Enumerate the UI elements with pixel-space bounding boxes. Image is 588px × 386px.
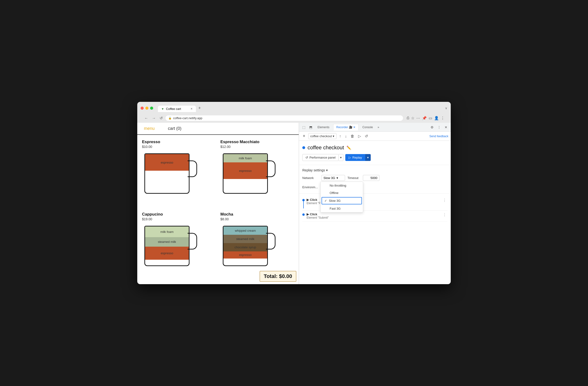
coffee-item-mocha[interactable]: Mocha $8.00 whipped cream steamed milk c… — [220, 212, 294, 280]
address-input[interactable]: 🔒 coffee-cart.netlify.app — [166, 115, 403, 121]
tab-elements[interactable]: Elements — [315, 124, 332, 130]
browser-controls: ▼ Coffee cart ✕ + ∨ — [141, 104, 447, 112]
add-recording-button[interactable]: + — [301, 133, 307, 139]
replay-chevron-button[interactable]: ▾ — [365, 154, 371, 161]
more-tabs-button[interactable]: » — [377, 125, 380, 130]
layer-whipped-cream: whipped cream — [224, 226, 267, 235]
layer-espresso: espresso — [145, 247, 189, 260]
mug-body: milk foam espresso — [223, 153, 268, 194]
mug-body: espresso — [144, 153, 189, 194]
recorder-toolbar: + coffee checkout ▾ ↑ ↓ 🗑 ▷ ↺ Send feedb… — [299, 132, 451, 141]
device-toolbar-button[interactable]: ⬒ — [308, 124, 314, 130]
url-text: coffee-cart.netlify.app — [173, 116, 202, 120]
coffee-price: $12.00 — [220, 145, 294, 149]
perf-panel-label: Performance panel — [309, 156, 336, 159]
browser-window: ▼ Coffee cart ✕ + ∨ ← → ↺ 🔒 coffee-cart.… — [137, 102, 451, 284]
recording-select[interactable]: coffee checkout ▾ — [308, 133, 337, 139]
recording-title-row: coffee checkout ✏️ — [302, 144, 447, 151]
send-feedback-link[interactable]: Send feedback — [429, 135, 448, 138]
address-bar-row: ← → ↺ 🔒 coffee-cart.netlify.app ⎙ ☆ ⋯ 📌 … — [141, 114, 447, 123]
step-action-2: Click — [310, 212, 317, 216]
tab-console[interactable]: Console — [359, 124, 376, 130]
slow-3g-label: Slow 3G — [329, 199, 340, 203]
coffee-price: $19.00 — [142, 217, 216, 221]
import-recording-button[interactable]: ↓ — [344, 133, 348, 139]
slow-3g-check-icon: ✓ — [324, 199, 327, 203]
network-select[interactable]: Slow 3G ▾ — [321, 175, 345, 181]
edit-recording-icon[interactable]: ✏️ — [346, 145, 351, 150]
step-type-2: ▶ Click — [307, 212, 440, 216]
forward-button[interactable]: → — [151, 116, 157, 121]
timeout-input[interactable] — [363, 175, 379, 181]
dropdown-item-no-throttling[interactable]: No throttling — [321, 182, 363, 189]
step-expand-icon-2[interactable]: ▶ — [307, 212, 309, 216]
new-tab-button[interactable]: + — [196, 104, 203, 112]
menu-nav-link[interactable]: menu — [137, 123, 161, 134]
recording-select-value: coffee checkout — [310, 134, 332, 138]
step-content-2: ▶ Click Element "Submit" — [307, 212, 440, 219]
tab-close-icon[interactable]: ✕ — [190, 107, 193, 110]
close-traffic-light[interactable] — [141, 107, 144, 110]
close-devtools-button[interactable]: ✕ — [443, 124, 449, 130]
coffee-name: Mocha — [220, 212, 294, 217]
layer-milk-foam: milk foam — [145, 226, 189, 237]
replay-cycle-button[interactable]: ↺ — [364, 133, 369, 139]
inspect-icon-button[interactable]: ⬚ — [301, 124, 307, 130]
environment-label: Environm... — [302, 185, 319, 189]
coffee-item-espresso[interactable]: Espresso $10.00 espresso — [142, 140, 216, 207]
settings-icon-button[interactable]: ⚙ — [429, 124, 435, 130]
share-icon[interactable]: ⎙ — [407, 116, 409, 120]
start-recording-button[interactable]: ▷ — [357, 133, 362, 139]
coffee-name: Espresso — [142, 140, 216, 144]
select-chevron-icon: ▾ — [333, 134, 334, 138]
layer-steamed-milk: steamed milk — [145, 237, 189, 247]
step-more-button-1[interactable]: ⋮ — [442, 198, 447, 203]
menu-icon[interactable]: ⋮ — [441, 116, 444, 120]
export-recording-button[interactable]: ↑ — [338, 133, 342, 139]
dropdown-item-fast-3g[interactable]: Fast 3G — [321, 205, 363, 212]
devtools-pane: ⬚ ⬒ Elements Recorder 🎥 ✕ Console » ⚙ ⋮ … — [299, 123, 451, 284]
recording-title: coffee checkout — [308, 144, 344, 151]
maximize-traffic-light[interactable] — [150, 107, 153, 110]
more-options-button[interactable]: ⋮ — [436, 124, 442, 130]
performance-panel-button[interactable]: ↺ Performance panel — [302, 154, 339, 161]
coffee-item-macchiato[interactable]: Espresso Macchiato $12.00 milk foam espr… — [220, 140, 294, 207]
network-label: Network — [302, 176, 319, 180]
browser-titlebar: ▼ Coffee cart ✕ + ∨ ← → ↺ 🔒 coffee-cart.… — [137, 102, 451, 123]
browser-toolbar-icons: ⎙ ☆ ⋯ 📌 ▭ 👤 ⋮ — [407, 116, 444, 120]
dropdown-item-slow-3g[interactable]: ✓ Slow 3G — [322, 197, 362, 204]
mug-body: whipped cream steamed milk chocolate syr… — [223, 226, 268, 266]
devtools-tabs: ⬚ ⬒ Elements Recorder 🎥 ✕ Console » ⚙ ⋮ … — [299, 123, 451, 132]
active-tab[interactable]: ▼ Coffee cart ✕ — [158, 106, 196, 112]
cast-icon[interactable]: ▭ — [429, 116, 432, 120]
coffee-name: Cappucino — [142, 212, 216, 217]
bookmark-icon[interactable]: ☆ — [411, 116, 414, 120]
minimize-traffic-light[interactable] — [145, 107, 148, 110]
back-button[interactable]: ← — [144, 116, 149, 121]
website-pane: menu cart (0) Espresso $10.00 espresso — [137, 123, 299, 284]
step-expand-icon-1[interactable]: ▶ — [307, 198, 309, 202]
layer-steamed-milk: steamed milk — [224, 235, 267, 243]
layer-espresso: espresso — [224, 251, 267, 259]
step-more-button-2[interactable]: ⋮ — [442, 212, 447, 217]
recording-detail: coffee checkout ✏️ ↺ Performance panel ▾… — [299, 141, 451, 165]
reload-button[interactable]: ↺ — [159, 115, 164, 121]
dropdown-item-offline[interactable]: Offline — [321, 189, 363, 197]
pin-icon[interactable]: 📌 — [422, 116, 427, 120]
step-detail-2: Element "Submit" — [307, 216, 440, 219]
cart-nav-link[interactable]: cart (0) — [161, 123, 188, 134]
delete-recording-button[interactable]: 🗑 — [349, 133, 356, 139]
window-expand-icon[interactable]: ∨ — [445, 106, 447, 110]
mug-handle — [266, 233, 275, 249]
step-dot-1 — [302, 199, 305, 201]
replay-button[interactable]: ▷ Replay — [345, 154, 365, 161]
step-line-1 — [303, 201, 304, 208]
mug-handle — [266, 161, 275, 177]
tab-recorder[interactable]: Recorder 🎥 ✕ — [333, 124, 358, 131]
coffee-grid: Espresso $10.00 espresso Espresso Macchi… — [137, 135, 299, 284]
perf-panel-chevron-button[interactable]: ▾ — [339, 154, 343, 161]
coffee-item-cappucino[interactable]: Cappucino $19.00 milk foam steamed milk … — [142, 212, 216, 280]
extensions-icon[interactable]: ⋯ — [416, 116, 420, 120]
fast-3g-label: Fast 3G — [330, 207, 340, 210]
profile-icon[interactable]: 👤 — [434, 116, 439, 120]
